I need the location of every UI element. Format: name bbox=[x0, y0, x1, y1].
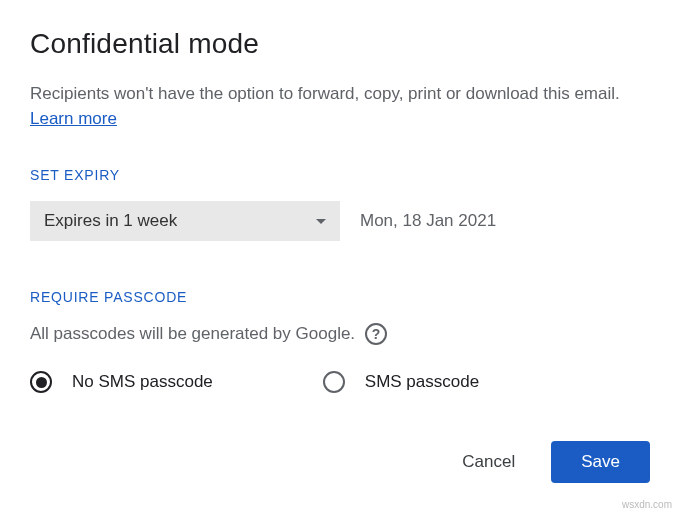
radio-sms-passcode[interactable]: SMS passcode bbox=[323, 371, 479, 393]
cancel-button[interactable]: Cancel bbox=[454, 442, 523, 482]
chevron-down-icon bbox=[316, 219, 326, 224]
help-icon[interactable]: ? bbox=[365, 323, 387, 345]
set-expiry-label: SET EXPIRY bbox=[30, 167, 650, 183]
learn-more-link[interactable]: Learn more bbox=[30, 109, 117, 128]
require-passcode-label: REQUIRE PASSCODE bbox=[30, 289, 650, 305]
description-text: Recipients won't have the option to forw… bbox=[30, 84, 620, 103]
dialog-title: Confidential mode bbox=[30, 28, 650, 60]
passcode-radio-group: No SMS passcode SMS passcode bbox=[30, 371, 650, 393]
expiry-date: Mon, 18 Jan 2021 bbox=[360, 211, 496, 231]
radio-selected-icon bbox=[30, 371, 52, 393]
passcode-description: All passcodes will be generated by Googl… bbox=[30, 324, 355, 344]
save-button[interactable]: Save bbox=[551, 441, 650, 483]
dialog-button-row: Cancel Save bbox=[30, 441, 650, 483]
expiry-row: Expires in 1 week Mon, 18 Jan 2021 bbox=[30, 201, 650, 241]
radio-sms-label: SMS passcode bbox=[365, 372, 479, 392]
radio-unselected-icon bbox=[323, 371, 345, 393]
passcode-description-row: All passcodes will be generated by Googl… bbox=[30, 323, 650, 345]
watermark: wsxdn.com bbox=[622, 499, 672, 510]
expiry-select-value: Expires in 1 week bbox=[44, 211, 177, 231]
expiry-select[interactable]: Expires in 1 week bbox=[30, 201, 340, 241]
radio-no-sms-label: No SMS passcode bbox=[72, 372, 213, 392]
dialog-description: Recipients won't have the option to forw… bbox=[30, 82, 650, 131]
radio-inner-dot bbox=[36, 377, 47, 388]
radio-no-sms-passcode[interactable]: No SMS passcode bbox=[30, 371, 213, 393]
